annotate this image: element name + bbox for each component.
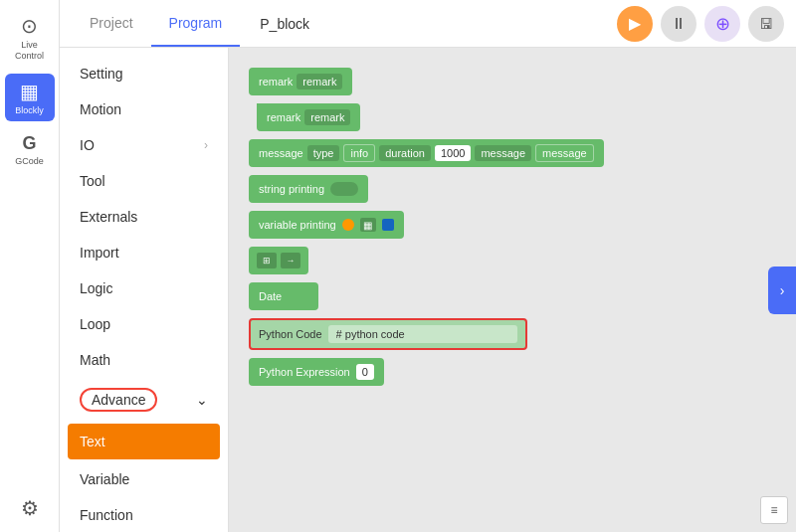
- python-expression-label: Python Expression: [259, 366, 350, 378]
- edge-arrow-icon: ›: [780, 282, 785, 298]
- nav-motion[interactable]: Motion: [60, 91, 228, 127]
- block-remark-2[interactable]: remark remark: [249, 103, 604, 131]
- robot-button[interactable]: ⊕: [704, 6, 740, 42]
- nav-menu: Setting Motion IO › Tool Externals Impor…: [60, 48, 229, 532]
- icon-sidebar: ⊙ Live Control ▦ Blockly G GCode ⚙: [0, 0, 60, 532]
- header-tabs: Project Program: [72, 0, 240, 47]
- sidebar-live-control[interactable]: ⊙ Live Control: [5, 8, 55, 68]
- advance-arrow-icon: ⌄: [196, 392, 208, 408]
- header-actions: ▶ ⏸ ⊕ 🖫: [617, 6, 784, 42]
- nav-function[interactable]: Function: [60, 497, 228, 532]
- save-button[interactable]: 🖫: [748, 6, 784, 42]
- bottom-menu-button[interactable]: ≡: [760, 496, 788, 524]
- tab-program[interactable]: Program: [151, 0, 241, 47]
- nav-import[interactable]: Import: [60, 235, 228, 270]
- sidebar-gcode-label: GCode: [15, 156, 44, 166]
- sidebar-gcode[interactable]: G GCode: [5, 127, 55, 172]
- io-arrow-icon: ›: [204, 138, 208, 152]
- blockly-icon: ▦: [20, 80, 39, 103]
- live-control-icon: ⊙: [21, 14, 38, 38]
- edge-arrow-button[interactable]: ›: [768, 266, 796, 314]
- sidebar-blockly[interactable]: ▦ Blockly: [5, 74, 55, 121]
- block-message[interactable]: message type info duration 1000 message …: [249, 139, 604, 167]
- block-string-printing[interactable]: string printing: [249, 175, 604, 203]
- pause-button[interactable]: ⏸: [661, 6, 696, 42]
- block-remark-1[interactable]: remark remark: [249, 68, 604, 95]
- sidebar-blockly-label: Blockly: [15, 105, 44, 115]
- play-button[interactable]: ▶: [617, 6, 653, 42]
- nav-io[interactable]: IO ›: [60, 127, 228, 163]
- block-canvas: remark remark remark remark message type: [229, 48, 796, 532]
- advance-label: Advance: [80, 388, 157, 412]
- python-code-label: Python Code: [259, 328, 322, 340]
- nav-logic[interactable]: Logic: [60, 270, 228, 306]
- nav-math[interactable]: Math: [60, 342, 228, 378]
- main-content: Project Program P_block ▶ ⏸ ⊕ 🖫 Setting …: [60, 0, 796, 532]
- header: Project Program P_block ▶ ⏸ ⊕ 🖫: [60, 0, 796, 48]
- nav-tool[interactable]: Tool: [60, 163, 228, 199]
- gcode-icon: G: [22, 133, 36, 154]
- nav-variable[interactable]: Variable: [60, 461, 228, 497]
- block-container: remark remark remark remark message type: [249, 68, 604, 386]
- block-variable-printing[interactable]: variable printing ▦: [249, 211, 604, 239]
- body-area: Setting Motion IO › Tool Externals Impor…: [60, 48, 796, 532]
- nav-setting[interactable]: Setting: [60, 56, 228, 91]
- block-python-expression[interactable]: Python Expression 0: [249, 358, 604, 386]
- tab-project[interactable]: Project: [72, 0, 151, 47]
- block-date[interactable]: Date: [249, 282, 604, 310]
- python-code-input[interactable]: [328, 325, 517, 343]
- settings-icon: ⚙: [21, 496, 39, 520]
- nav-loop[interactable]: Loop: [60, 306, 228, 342]
- nav-externals[interactable]: Externals: [60, 199, 228, 235]
- nav-advance[interactable]: Advance ⌄: [60, 378, 228, 422]
- block-python-code[interactable]: Python Code: [249, 318, 604, 350]
- nav-text[interactable]: Text: [68, 424, 220, 459]
- connector-icon-2: →: [281, 253, 300, 268]
- connector-icon: ⊞: [257, 253, 277, 268]
- program-name: P_block: [260, 16, 309, 32]
- sidebar-settings[interactable]: ⚙: [5, 490, 55, 532]
- date-label: Date: [259, 290, 282, 302]
- block-connector[interactable]: ⊞ →: [249, 247, 604, 274]
- bottom-toolbar: ≡: [760, 496, 788, 524]
- sidebar-live-control-label: Live Control: [9, 40, 51, 62]
